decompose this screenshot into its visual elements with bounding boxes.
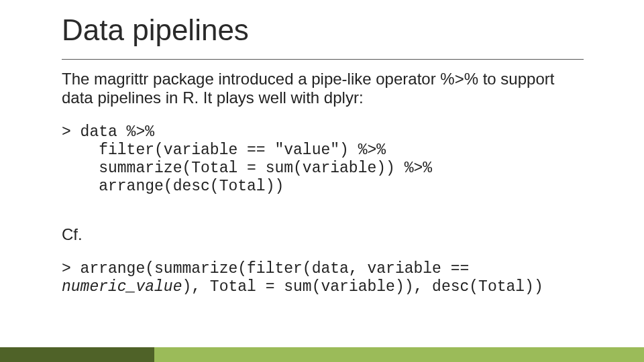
intro-paragraph: The magrittr package introduced a pipe-l… <box>62 70 585 108</box>
code2-prefix: > arrange(summarize(filter(data, variabl… <box>62 260 478 278</box>
slide: Data pipelines The magrittr package intr… <box>0 0 644 362</box>
title-underline <box>62 59 584 60</box>
slide-title: Data pipelines <box>62 13 249 47</box>
footer-bar <box>0 347 644 362</box>
code2-italic: numeric_value <box>62 278 182 296</box>
code-block-pipes: > data %>% filter(variable == "value") %… <box>62 123 585 196</box>
compare-label: Cf. <box>62 225 83 244</box>
footer-dark-stripe <box>0 347 154 362</box>
code-block-nested: > arrange(summarize(filter(data, variabl… <box>62 260 585 296</box>
code2-suffix: ), Total = sum(variable)), desc(Total)) <box>182 278 543 296</box>
